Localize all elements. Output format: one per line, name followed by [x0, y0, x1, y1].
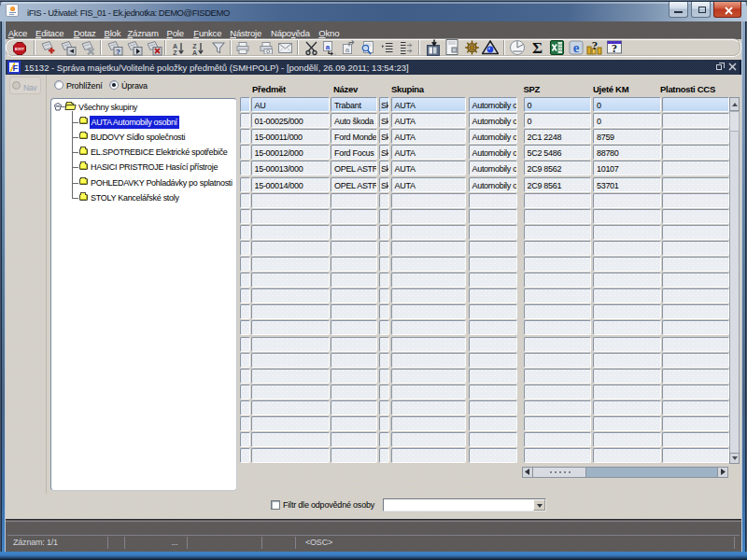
svg-text:?: ?: [116, 48, 120, 56]
svg-text:a: a: [326, 43, 331, 51]
svg-text:Z: Z: [173, 49, 177, 56]
svg-text:EXIT: EXIT: [15, 47, 24, 51]
svg-text:a: a: [334, 51, 336, 57]
svg-text:A: A: [192, 49, 197, 56]
svg-text:a: a: [345, 46, 350, 54]
svg-text:e: e: [573, 40, 580, 55]
svg-text:?: ?: [592, 39, 599, 52]
svg-text:Σ: Σ: [532, 39, 543, 56]
svg-text:A: A: [173, 43, 177, 49]
svg-text:?: ?: [612, 42, 617, 55]
svg-text:Z: Z: [192, 43, 197, 49]
